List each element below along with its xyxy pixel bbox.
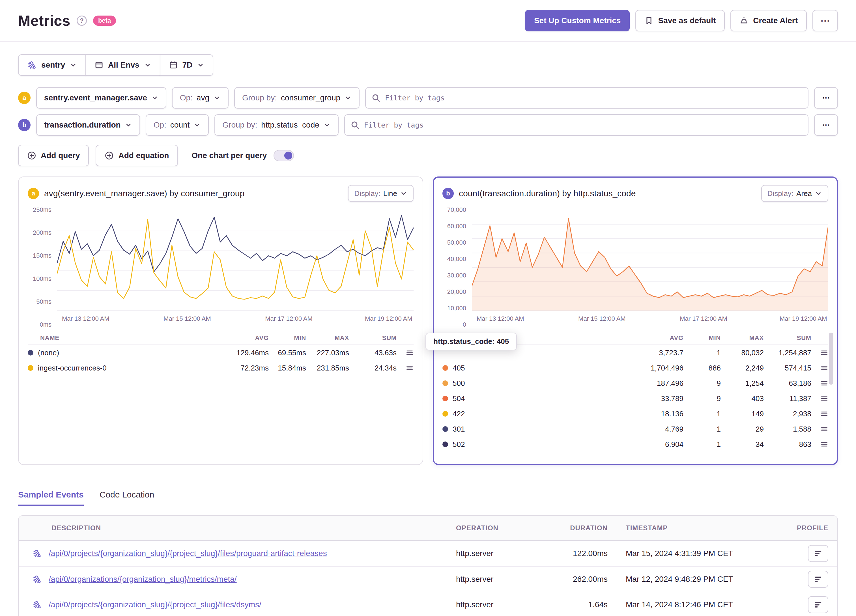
query-row-b: b transaction.duration Op: count Group b… [18,114,838,136]
tag-filter-input-a[interactable] [365,87,808,109]
chevron-down-icon [125,121,132,129]
plus-icon [27,151,36,160]
tag-filter-input-b[interactable] [344,114,808,136]
query-more-button-b[interactable]: ⋯ [814,114,838,136]
environment-icon [94,60,103,69]
summary-header-cell: AVG [209,334,269,342]
tab-code-location[interactable]: Code Location [100,490,154,506]
series-name: 301 [453,425,465,434]
beta-badge: beta [93,15,116,26]
event-description-cell: /api/0/projects/{organization_slug}/{pro… [18,600,447,610]
query-more-button-a[interactable]: ⋯ [814,87,838,109]
events-header-cell: DESCRIPTION [18,524,447,532]
chevron-down-icon [144,62,151,69]
chart-badge-a: a [28,188,39,199]
display-select-a[interactable]: Display: Line [348,185,414,202]
summary-header-cell: MAX [306,334,349,342]
row-menu-button[interactable] [811,364,828,372]
events-table-body: /api/0/projects/{organization_slug}/{pro… [18,541,838,616]
series-tooltip: http.status_code: 405 [425,333,517,350]
chart-plot-b[interactable] [472,210,828,311]
event-description-link[interactable]: /api/0/organizations/{organization_slug}… [49,575,237,584]
series-name: 422 [453,410,465,418]
summary-table-row: 5026.904134863 [442,437,828,452]
row-menu-button[interactable] [811,440,828,448]
environment-selector-label: All Envs [108,60,139,69]
summary-header-cell: SUM [349,334,397,342]
profile-button[interactable] [808,596,828,613]
x-axis-label: Mar 19 12:00 AM [365,315,413,322]
header-more-button[interactable]: ⋯ [813,10,838,31]
y-axis-label: 60,000 [447,223,466,230]
profile-button[interactable] [808,545,828,562]
event-duration: 262.00ms [546,575,617,584]
event-timestamp: Mar 12, 2024 9:48:29 PM CET [617,575,784,584]
y-axis-label: 100ms [33,275,51,283]
series-name: 502 [453,440,465,449]
chevron-down-icon [194,121,201,129]
tab-sampled-events[interactable]: Sampled Events [18,490,84,506]
groupby-value-a: consumer_group [281,93,340,102]
sampled-events-table: DESCRIPTIONOPERATIONDURATIONTIMESTAMPPRO… [18,515,838,616]
one-chart-per-query-toggle[interactable] [274,150,294,161]
calendar-icon [169,60,178,69]
metric-select-b[interactable]: transaction.duration [36,114,140,136]
date-range-selector[interactable]: 7D [160,54,214,76]
event-timestamp: Mar 14, 2024 8:12:46 PM CET [617,600,784,609]
groupby-select-a[interactable]: Group by: consumer_group [234,87,360,109]
summary-value: 1 [684,440,721,449]
chart-plot-a[interactable] [57,210,414,311]
profile-button[interactable] [808,571,828,588]
chart-title-b: count(transaction.duration) by http.stat… [459,189,756,198]
y-axis-label: 20,000 [447,288,466,296]
create-alert-button[interactable]: Create Alert [730,10,807,31]
sentry-icon [32,574,42,584]
search-icon [351,120,360,129]
event-profile-cell [784,545,838,562]
ellipsis-icon: ⋯ [822,94,830,102]
scrollbar[interactable] [829,331,833,454]
chevron-down-icon [815,190,822,197]
op-select-b[interactable]: Op: count [146,114,209,136]
summary-value: 886 [684,364,721,373]
op-value-b: count [170,120,190,129]
summary-value: 1 [684,425,721,434]
event-description-link[interactable]: /api/0/projects/{organization_slug}/{pro… [49,549,327,558]
row-menu-button[interactable] [811,410,828,418]
help-icon[interactable]: ? [77,15,87,26]
scrollbar-thumb[interactable] [829,333,833,385]
series-color-dot [442,380,448,386]
x-axis-label: Mar 19 12:00 AM [780,315,827,322]
row-menu-button[interactable] [811,394,828,402]
summary-header-cell: MIN [269,334,306,342]
summary-value: 3,723.7 [624,348,684,357]
row-menu-button[interactable] [811,425,828,433]
ellipsis-icon: ⋯ [822,121,830,129]
groupby-select-b[interactable]: Group by: http.status_code [214,114,338,136]
summary-value: 4.769 [624,425,684,434]
row-menu-button[interactable] [397,364,414,372]
metric-select-a[interactable]: sentry.event_manager.save [36,87,166,109]
display-value-a: Line [383,189,397,198]
setup-custom-metrics-button[interactable]: Set Up Custom Metrics [525,10,630,31]
project-selector[interactable]: sentry [18,54,86,76]
summary-value: 149 [721,410,764,418]
op-select-a[interactable]: Op: avg [172,87,229,109]
environment-selector[interactable]: All Envs [85,54,160,76]
display-select-b[interactable]: Display: Area [761,185,828,202]
op-value-a: avg [197,93,209,102]
add-query-button[interactable]: Add query [18,145,89,166]
row-menu-button[interactable] [397,349,414,357]
y-axis-label: 0 [463,321,466,328]
row-menu-button[interactable] [811,349,828,357]
project-selector-label: sentry [41,60,65,69]
toggle-knob [284,152,292,160]
event-description-link[interactable]: /api/0/projects/{organization_slug}/{pro… [49,600,262,609]
events-header-cell: DURATION [546,524,617,532]
row-menu-button[interactable] [811,379,828,387]
summary-value: 63,186 [764,379,811,388]
save-as-default-button[interactable]: Save as default [635,10,725,31]
summary-value: 1,254 [721,379,764,388]
add-equation-button[interactable]: Add equation [95,145,178,166]
date-range-label: 7D [182,60,192,69]
